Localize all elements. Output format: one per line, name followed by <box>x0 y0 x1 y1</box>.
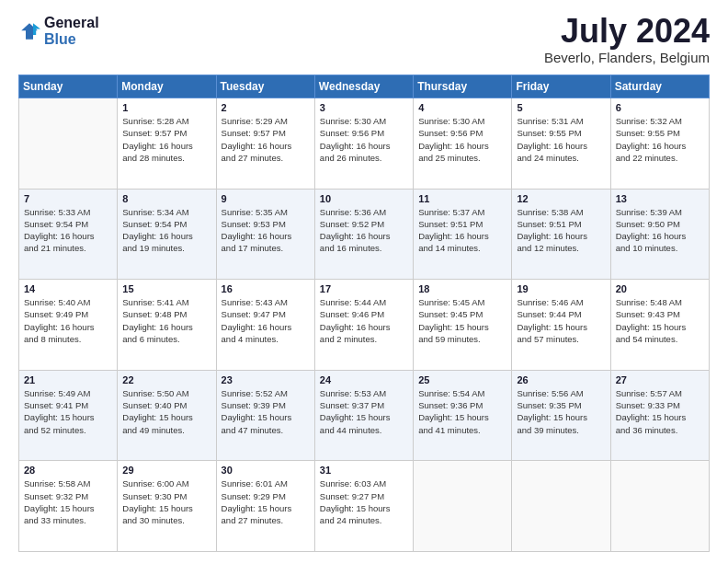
day-info: Sunrise: 5:39 AM Sunset: 9:50 PM Dayligh… <box>616 206 704 255</box>
day-number: 2 <box>222 102 310 113</box>
day-info: Sunrise: 5:35 AM Sunset: 9:53 PM Dayligh… <box>222 206 310 255</box>
location: Beverlo, Flanders, Belgium <box>544 50 710 65</box>
calendar-cell: 7Sunrise: 5:33 AM Sunset: 9:54 PM Daylig… <box>19 189 118 280</box>
calendar-cell: 15Sunrise: 5:41 AM Sunset: 9:48 PM Dayli… <box>118 280 216 371</box>
calendar-cell: 12Sunrise: 5:38 AM Sunset: 9:51 PM Dayli… <box>512 189 610 280</box>
day-number: 4 <box>418 102 506 113</box>
day-info: Sunrise: 5:40 AM Sunset: 9:49 PM Dayligh… <box>24 296 112 345</box>
calendar-cell: 16Sunrise: 5:43 AM Sunset: 9:47 PM Dayli… <box>216 280 314 371</box>
calendar-cell: 4Sunrise: 5:30 AM Sunset: 9:56 PM Daylig… <box>414 98 512 190</box>
day-number: 26 <box>517 374 605 385</box>
calendar-cell: 17Sunrise: 5:44 AM Sunset: 9:46 PM Dayli… <box>314 280 413 371</box>
calendar-cell: 13Sunrise: 5:39 AM Sunset: 9:50 PM Dayli… <box>610 189 709 280</box>
day-info: Sunrise: 5:30 AM Sunset: 9:56 PM Dayligh… <box>320 115 408 164</box>
logo-text-line1: General <box>44 15 99 31</box>
day-info: Sunrise: 5:48 AM Sunset: 9:43 PM Dayligh… <box>616 296 704 345</box>
day-info: Sunrise: 5:50 AM Sunset: 9:40 PM Dayligh… <box>122 387 210 436</box>
day-info: Sunrise: 6:03 AM Sunset: 9:27 PM Dayligh… <box>320 477 408 526</box>
day-number: 27 <box>616 374 704 385</box>
calendar-cell: 26Sunrise: 5:56 AM Sunset: 9:35 PM Dayli… <box>512 370 610 461</box>
day-number: 17 <box>320 283 408 294</box>
day-number: 7 <box>24 193 112 204</box>
day-info: Sunrise: 5:30 AM Sunset: 9:56 PM Dayligh… <box>418 115 506 164</box>
col-monday: Monday <box>118 75 216 98</box>
day-number: 22 <box>122 374 210 385</box>
day-number: 9 <box>222 193 310 204</box>
calendar-cell: 2Sunrise: 5:29 AM Sunset: 9:57 PM Daylig… <box>216 98 314 190</box>
col-saturday: Saturday <box>610 75 709 98</box>
col-sunday: Sunday <box>19 75 118 98</box>
day-info: Sunrise: 5:31 AM Sunset: 9:55 PM Dayligh… <box>517 115 605 164</box>
day-info: Sunrise: 5:37 AM Sunset: 9:51 PM Dayligh… <box>418 206 506 255</box>
day-number: 30 <box>222 465 310 476</box>
calendar-cell: 22Sunrise: 5:50 AM Sunset: 9:40 PM Dayli… <box>118 370 216 461</box>
day-info: Sunrise: 5:44 AM Sunset: 9:46 PM Dayligh… <box>320 296 408 345</box>
day-info: Sunrise: 5:38 AM Sunset: 9:51 PM Dayligh… <box>517 206 605 255</box>
day-info: Sunrise: 5:58 AM Sunset: 9:32 PM Dayligh… <box>24 477 112 526</box>
calendar-cell <box>610 461 709 552</box>
day-info: Sunrise: 5:33 AM Sunset: 9:54 PM Dayligh… <box>24 206 112 255</box>
calendar-cell: 31Sunrise: 6:03 AM Sunset: 9:27 PM Dayli… <box>314 461 413 552</box>
day-info: Sunrise: 5:54 AM Sunset: 9:36 PM Dayligh… <box>418 387 506 436</box>
calendar-cell: 28Sunrise: 5:58 AM Sunset: 9:32 PM Dayli… <box>19 461 118 552</box>
day-number: 15 <box>122 283 210 294</box>
day-number: 25 <box>418 374 506 385</box>
title-area: July 2024 Beverlo, Flanders, Belgium <box>544 15 710 65</box>
calendar-cell: 27Sunrise: 5:57 AM Sunset: 9:33 PM Dayli… <box>610 370 709 461</box>
calendar-cell: 30Sunrise: 6:01 AM Sunset: 9:29 PM Dayli… <box>216 461 314 552</box>
calendar-cell <box>512 461 610 552</box>
day-number: 5 <box>517 102 605 113</box>
day-number: 19 <box>517 283 605 294</box>
day-number: 14 <box>24 283 112 294</box>
day-number: 21 <box>24 374 112 385</box>
calendar-cell: 8Sunrise: 5:34 AM Sunset: 9:54 PM Daylig… <box>118 189 216 280</box>
day-info: Sunrise: 5:45 AM Sunset: 9:45 PM Dayligh… <box>418 296 506 345</box>
calendar-cell: 3Sunrise: 5:30 AM Sunset: 9:56 PM Daylig… <box>314 98 413 190</box>
day-number: 6 <box>616 102 704 113</box>
day-info: Sunrise: 5:43 AM Sunset: 9:47 PM Dayligh… <box>222 296 310 345</box>
day-info: Sunrise: 5:34 AM Sunset: 9:54 PM Dayligh… <box>122 206 210 255</box>
calendar-cell: 1Sunrise: 5:28 AM Sunset: 9:57 PM Daylig… <box>118 98 216 190</box>
calendar-cell: 5Sunrise: 5:31 AM Sunset: 9:55 PM Daylig… <box>512 98 610 190</box>
day-info: Sunrise: 5:56 AM Sunset: 9:35 PM Dayligh… <box>517 387 605 436</box>
day-number: 28 <box>24 465 112 476</box>
day-number: 16 <box>222 283 310 294</box>
day-info: Sunrise: 6:01 AM Sunset: 9:29 PM Dayligh… <box>222 477 310 526</box>
calendar-cell: 19Sunrise: 5:46 AM Sunset: 9:44 PM Dayli… <box>512 280 610 371</box>
day-number: 10 <box>320 193 408 204</box>
calendar-cell: 10Sunrise: 5:36 AM Sunset: 9:52 PM Dayli… <box>314 189 413 280</box>
calendar-cell <box>19 98 118 190</box>
day-number: 3 <box>320 102 408 113</box>
calendar-cell: 14Sunrise: 5:40 AM Sunset: 9:49 PM Dayli… <box>19 280 118 371</box>
header: General Blue July 2024 Beverlo, Flanders… <box>18 15 710 65</box>
day-number: 18 <box>418 283 506 294</box>
day-number: 31 <box>320 465 408 476</box>
day-number: 20 <box>616 283 704 294</box>
day-info: Sunrise: 5:29 AM Sunset: 9:57 PM Dayligh… <box>222 115 310 164</box>
day-number: 1 <box>122 102 210 113</box>
calendar-cell: 29Sunrise: 6:00 AM Sunset: 9:30 PM Dayli… <box>118 461 216 552</box>
logo-text-line2: Blue <box>44 31 99 48</box>
day-info: Sunrise: 6:00 AM Sunset: 9:30 PM Dayligh… <box>122 477 210 526</box>
page: General Blue July 2024 Beverlo, Flanders… <box>0 0 728 563</box>
day-info: Sunrise: 5:28 AM Sunset: 9:57 PM Dayligh… <box>122 115 210 164</box>
logo: General Blue <box>18 15 99 49</box>
month-title: July 2024 <box>544 15 710 48</box>
day-number: 23 <box>222 374 310 385</box>
day-number: 12 <box>517 193 605 204</box>
col-wednesday: Wednesday <box>314 75 413 98</box>
calendar-table: Sunday Monday Tuesday Wednesday Thursday… <box>18 75 710 552</box>
day-info: Sunrise: 5:52 AM Sunset: 9:39 PM Dayligh… <box>222 387 310 436</box>
calendar-header-row: Sunday Monday Tuesday Wednesday Thursday… <box>19 75 710 98</box>
calendar-cell: 24Sunrise: 5:53 AM Sunset: 9:37 PM Dayli… <box>314 370 413 461</box>
calendar-cell: 25Sunrise: 5:54 AM Sunset: 9:36 PM Dayli… <box>414 370 512 461</box>
day-info: Sunrise: 5:49 AM Sunset: 9:41 PM Dayligh… <box>24 387 112 436</box>
calendar-cell: 18Sunrise: 5:45 AM Sunset: 9:45 PM Dayli… <box>414 280 512 371</box>
col-thursday: Thursday <box>414 75 512 98</box>
col-tuesday: Tuesday <box>216 75 314 98</box>
day-info: Sunrise: 5:41 AM Sunset: 9:48 PM Dayligh… <box>122 296 210 345</box>
svg-marker-1 <box>33 24 40 36</box>
calendar-cell: 20Sunrise: 5:48 AM Sunset: 9:43 PM Dayli… <box>610 280 709 371</box>
day-info: Sunrise: 5:46 AM Sunset: 9:44 PM Dayligh… <box>517 296 605 345</box>
day-number: 13 <box>616 193 704 204</box>
